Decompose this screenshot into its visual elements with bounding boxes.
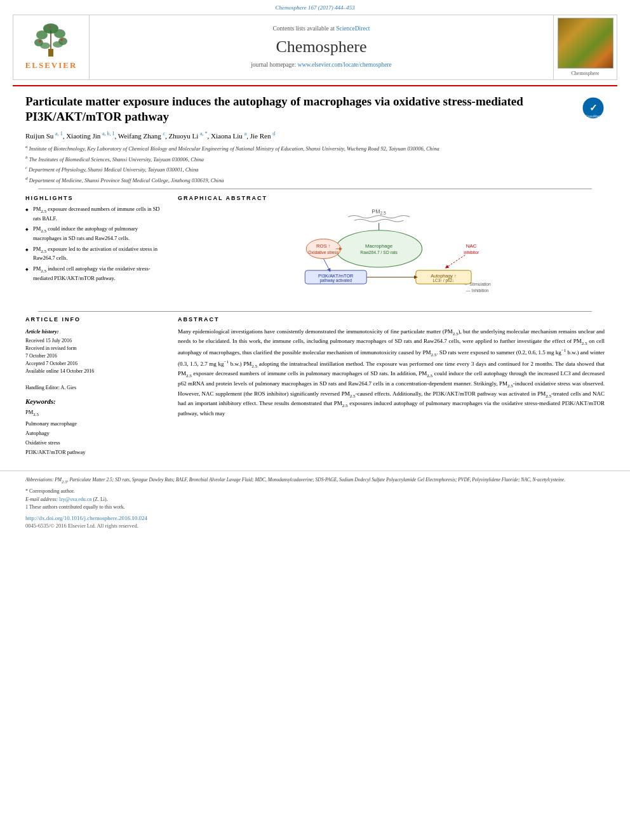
svg-point-10 (60, 39, 63, 41)
authors-line: Ruijun Su a, 1, Xiaoting Jin a, b, 1, We… (25, 130, 605, 141)
contents-available-line: Contents lists available at ScienceDirec… (272, 25, 370, 33)
copyright-line: 0045-6535/© 2016 Elsevier Ltd. All right… (25, 523, 605, 530)
svg-text:pathway activated: pathway activated (320, 278, 352, 283)
keyword-2: Pulmonary macrophage (25, 419, 165, 429)
page-footer: Abbreviations: PM2.5, Particulate Matter… (0, 470, 630, 530)
elsevier-logo-area: ELSEVIER (13, 15, 90, 79)
abstract-text: Many epidemiological investigations have… (178, 328, 605, 418)
highlights-graphical-row: HIGHLIGHTS PM2.5 exposure decreased numb… (25, 194, 605, 308)
email-link[interactable]: lzy@sxu.edu.cn (59, 497, 91, 502)
handling-editor: Handling Editor: A. Gies (25, 384, 165, 392)
highlight-4: PM2.5 induced cell autophagy via the oxi… (25, 265, 165, 282)
author-3-sup: c (163, 131, 165, 137)
header-middle-area: Contents lists available at ScienceDirec… (90, 15, 553, 79)
red-divider (13, 85, 617, 86)
elsevier-tree-icon (26, 23, 77, 58)
article-info-abstract-row: ARTICLE INFO Article history: Received 1… (25, 316, 605, 458)
svg-point-4 (54, 29, 65, 38)
journal-reference: Chemosphere 167 (2017) 444–453 (0, 0, 630, 15)
graphical-abstract-header: GRAPHICAL ABSTRACT (178, 194, 605, 203)
author-4-sup: a, * (200, 131, 208, 137)
svg-text:Oxidative stress: Oxidative stress (308, 250, 339, 255)
sciencedirect-link[interactable]: ScienceDirect (336, 25, 370, 32)
keywords-section: Keywords: PM2.5 Pulmonary macrophage Aut… (25, 397, 165, 458)
journal-cover-thumbnail (558, 18, 613, 69)
abbreviations-text: Abbreviations: PM2.5, Particulate Matter… (25, 476, 605, 485)
received-date: Received 15 July 2016 (25, 337, 165, 345)
svg-line-34 (446, 255, 465, 267)
page: Chemosphere 167 (2017) 444–453 (0, 0, 630, 840)
available-online: Available online 14 October 2016 (25, 368, 165, 375)
highlights-list: PM2.5 exposure decreased numbers of immu… (25, 206, 165, 283)
homepage-text: journal homepage: (251, 62, 296, 68)
email-suffix: (Z. Li). (93, 497, 107, 502)
journal-thumb-label: Chemosphere (572, 70, 600, 77)
doi-line: http://dx.doi.org/10.1016/j.chemosphere.… (25, 514, 605, 523)
thin-divider-2 (38, 311, 592, 312)
svg-text:✓: ✓ (589, 102, 598, 113)
article-title-section: Particulate matter exposure induces the … (25, 94, 605, 125)
journal-thumbnail-area: Chemosphere (553, 15, 617, 79)
svg-text:CrossMark: CrossMark (586, 114, 601, 118)
graphical-abstract-diagram: PM2.5 Macrophage Raw264.7 / SD rats ROS … (178, 206, 605, 307)
homepage-link[interactable]: www.elsevier.com/locate/chemosphere (298, 62, 392, 68)
crossmark-icon: ✓ CrossMark (582, 97, 605, 119)
affil-a: a Institute of Biotechnology, Key Labora… (25, 143, 605, 153)
doi-link[interactable]: http://dx.doi.org/10.1016/j.chemosphere.… (25, 515, 147, 521)
author-5: Xiaona Liu a, (211, 132, 248, 140)
keywords-label: Keywords: (25, 397, 165, 406)
affil-a-letter: a (25, 144, 28, 149)
article-info-col: ARTICLE INFO Article history: Received 1… (25, 316, 165, 458)
received-revised-date: 7 October 2016 (25, 352, 165, 360)
highlight-3: PM2.5 exposure led to the activation of … (25, 246, 165, 262)
keyword-5: PI3K/AKT/mTOR pathway (25, 448, 165, 457)
journal-header: ELSEVIER Contents lists available at Sci… (13, 15, 617, 80)
svg-text:LC3↑ / p62↓: LC3↑ / p62↓ (433, 278, 455, 283)
svg-point-9 (39, 40, 41, 43)
footer-footnotes: * Corresponding author. E-mail address: … (25, 488, 605, 512)
article-title: Particulate matter exposure induces the … (25, 94, 575, 125)
author-4: Zhuoyu Li a, *, (169, 132, 210, 140)
accepted-date: Accepted 7 October 2016 (25, 360, 165, 368)
author-5-sup: a (245, 131, 247, 137)
author-1: Ruijun Su a, 1, (25, 132, 64, 140)
affil-c: c Department of Physiology, Shanxi Medic… (25, 164, 605, 174)
email-label: E-mail address: (25, 497, 58, 502)
svg-point-7 (40, 43, 50, 49)
contents-text: Contents lists available at (272, 25, 334, 32)
author-2: Xiaoting Jin a, b, 1, (66, 132, 116, 140)
homepage-line: journal homepage: www.elsevier.com/locat… (251, 61, 392, 69)
keyword-4: Oxidative stress (25, 438, 165, 448)
affiliations-section: a Institute of Biotechnology, Key Labora… (25, 143, 605, 184)
main-content-area: Particulate matter exposure induces the … (0, 94, 630, 458)
highlights-col: HIGHLIGHTS PM2.5 exposure decreased numb… (25, 194, 165, 308)
svg-rect-0 (48, 49, 53, 57)
affil-d-letter: d (25, 176, 28, 181)
affil-b: b The Institutes of Biomedical Sciences,… (25, 154, 605, 164)
highlight-1: PM2.5 exposure decreased numbers of immu… (25, 206, 165, 222)
svg-text:Raw264.7 / SD rats: Raw264.7 / SD rats (360, 250, 398, 255)
svg-line-27 (323, 259, 330, 270)
affil-b-letter: b (25, 155, 28, 160)
author-2-sup: a, b, 1 (102, 131, 115, 137)
affil-c-letter: c (25, 165, 27, 170)
highlights-header: HIGHLIGHTS (25, 194, 165, 203)
abstract-header: ABSTRACT (178, 316, 605, 324)
author-6: Jie Ren d (250, 132, 275, 140)
svg-text:Macrophage: Macrophage (365, 243, 392, 249)
author-6-sup: d (272, 131, 275, 137)
journal-ref-text: Chemosphere 167 (2017) 444–453 (276, 4, 355, 11)
svg-point-11 (49, 26, 51, 28)
svg-point-8 (53, 41, 63, 48)
svg-text:PM2.5: PM2.5 (372, 208, 386, 215)
svg-point-3 (36, 30, 48, 39)
elsevier-brand-text: ELSEVIER (25, 60, 77, 71)
article-info-header: ARTICLE INFO (25, 316, 165, 324)
svg-text:← Stimulation: ← Stimulation (464, 282, 491, 286)
author-1-sup: a, 1 (55, 131, 63, 137)
graphical-abstract-col: GRAPHICAL ABSTRACT PM2.5 Macrophage (178, 194, 605, 308)
svg-text:--- Inhibition: --- Inhibition (466, 288, 489, 293)
pathway-diagram-svg: PM2.5 Macrophage Raw264.7 / SD rats ROS … (178, 206, 605, 307)
highlight-2: PM2.5 could induce the autophagy of pulm… (25, 225, 165, 242)
keyword-3: Autophagy (25, 429, 165, 438)
